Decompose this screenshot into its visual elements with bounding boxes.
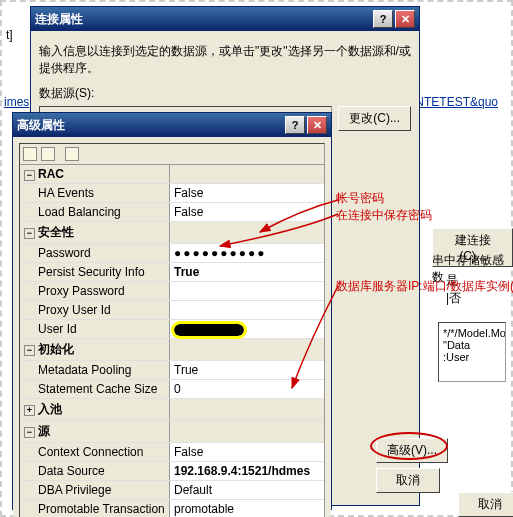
prop-row[interactable]: Statement Cache Size0 [20,380,324,399]
prop-row-datasource[interactable]: Data Source192.168.9.4:1521/hdmes [20,462,324,481]
titlebar: 高级属性 ? ✕ [13,113,331,137]
prop-row[interactable]: Promotable Transactionpromotable [20,500,324,517]
close-icon[interactable]: ✕ [395,10,415,28]
prop-row[interactable]: Load BalancingFalse [20,203,324,222]
prop-row-password[interactable]: Password●●●●●●●●●● [20,244,324,263]
titlebar: 连接属性 ? ✕ [31,7,419,31]
prop-row[interactable]: Metadata PoolingTrue [20,361,324,380]
bg-text: t] [6,28,13,42]
close-icon[interactable]: ✕ [307,116,327,134]
category-init[interactable]: −初始化 [20,339,324,361]
grid-toolbar [20,144,324,165]
annotation-datasource: 数据库服务器IP:端口/数据库实例(SID) [336,278,513,295]
conn-cancel-button[interactable]: 取消 [376,468,440,493]
change-button[interactable]: 更改(C)... [338,106,411,131]
advanced-properties-dialog: 高级属性 ? ✕ −RAC HA EventsFalse Load Balanc… [12,112,332,510]
pages-icon[interactable] [65,147,79,161]
dialog-title: 高级属性 [17,117,283,134]
datasource-label: 数据源(S): [39,85,411,102]
help-icon[interactable]: ? [373,10,393,28]
prop-row-userid[interactable]: User Id [20,320,324,339]
prop-row[interactable]: Context ConnectionFalse [20,443,324,462]
category-rac[interactable]: −RAC [20,165,324,184]
prop-row[interactable]: Proxy Password [20,282,324,301]
category-pool[interactable]: +入池 [20,399,324,421]
prop-row[interactable]: HA EventsFalse [20,184,324,203]
dialog-title: 连接属性 [35,11,371,28]
instruction-text: 输入信息以连接到选定的数据源，或单击"更改"选择另一个数据源和/或提供程序。 [39,43,411,77]
help-icon[interactable]: ? [285,116,305,134]
advanced-button[interactable]: 高级(V)... [376,438,448,463]
prop-row-persist[interactable]: Persist Security InfoTrue [20,263,324,282]
prop-row[interactable]: DBA PrivilegeDefault [20,481,324,500]
model-text: */*/Model.Mod "Data :User [438,322,506,382]
sort-icon[interactable] [41,147,55,161]
property-grid: −RAC HA EventsFalse Load BalancingFalse … [19,143,325,517]
outer-cancel-button[interactable]: 取消 [458,492,513,517]
annotation-password: 帐号密码 在连接中保存密码 [336,190,432,224]
prop-row[interactable]: Proxy User Id [20,301,324,320]
bg-text: imes [4,95,29,109]
category-source[interactable]: −源 [20,421,324,443]
categorize-icon[interactable] [23,147,37,161]
category-security[interactable]: −安全性 [20,222,324,244]
